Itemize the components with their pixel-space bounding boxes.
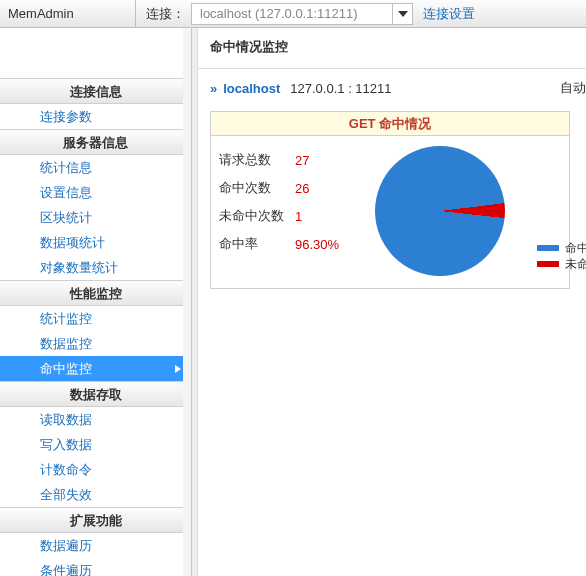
panel-title: GET 命中情况 bbox=[211, 112, 569, 136]
app-title: MemAdmin bbox=[0, 0, 136, 27]
sidebar-group-header: 扩展功能 bbox=[0, 507, 191, 533]
sidebar-item[interactable]: 数据遍历 bbox=[0, 533, 191, 558]
breadcrumb: » localhost 127.0.0.1 : 11211 自动 bbox=[198, 79, 586, 97]
pie-chart: 命中 未命中 bbox=[369, 146, 561, 276]
sidebar-group-header: 服务器信息 bbox=[0, 129, 191, 155]
connection-value: localhost (127.0.0.1:11211) bbox=[192, 6, 392, 21]
legend-item: 未命中 bbox=[537, 256, 586, 272]
sidebar-item[interactable]: 计数命令 bbox=[0, 457, 191, 482]
sidebar-item[interactable]: 区块统计 bbox=[0, 205, 191, 230]
legend-swatch-hit bbox=[537, 245, 559, 251]
svg-marker-0 bbox=[398, 11, 408, 17]
rate-label: 命中率 bbox=[219, 235, 295, 253]
hit-label: 命中次数 bbox=[219, 179, 295, 197]
sidebar: 连接信息连接参数服务器信息统计信息设置信息区块统计数据项统计对象数量统计性能监控… bbox=[0, 28, 192, 576]
legend: 命中 未命中 bbox=[537, 240, 586, 272]
sidebar-item[interactable]: 读取数据 bbox=[0, 407, 191, 432]
connection-select[interactable]: localhost (127.0.0.1:11211) bbox=[191, 3, 413, 25]
crumb-host[interactable]: localhost bbox=[223, 81, 280, 96]
get-hit-panel: GET 命中情况 请求总数 27 命中次数 26 未命中次数 1 bbox=[210, 111, 570, 289]
req-label: 请求总数 bbox=[219, 151, 295, 169]
legend-item: 命中 bbox=[537, 240, 586, 256]
sidebar-item[interactable]: 统计信息 bbox=[0, 155, 191, 180]
sidebar-item[interactable]: 数据监控 bbox=[0, 331, 191, 356]
sidebar-item[interactable]: 对象数量统计 bbox=[0, 255, 191, 280]
crumb-ip: 127.0.0.1 : 11211 bbox=[290, 81, 391, 96]
connect-label: 连接： bbox=[136, 5, 191, 23]
req-value: 27 bbox=[295, 153, 309, 168]
auto-refresh-label: 自动 bbox=[560, 79, 586, 97]
sidebar-group-header: 性能监控 bbox=[0, 280, 191, 306]
table-row: 命中率 96.30% bbox=[219, 230, 369, 258]
hit-value: 26 bbox=[295, 181, 309, 196]
sidebar-item[interactable]: 连接参数 bbox=[0, 104, 191, 129]
sidebar-item[interactable]: 统计监控 bbox=[0, 306, 191, 331]
legend-hit-label: 命中 bbox=[565, 240, 586, 257]
sidebar-scrollbar[interactable] bbox=[183, 28, 191, 576]
pie-graphic bbox=[375, 146, 505, 276]
chevron-right-icon: » bbox=[210, 81, 215, 96]
stats-table: 请求总数 27 命中次数 26 未命中次数 1 命中率 96.30% bbox=[219, 146, 369, 276]
table-row: 未命中次数 1 bbox=[219, 202, 369, 230]
divider bbox=[198, 68, 586, 69]
sidebar-item[interactable]: 命中监控 bbox=[0, 356, 191, 381]
table-row: 请求总数 27 bbox=[219, 146, 369, 174]
table-row: 命中次数 26 bbox=[219, 174, 369, 202]
sidebar-group-header: 数据存取 bbox=[0, 381, 191, 407]
chevron-down-icon[interactable] bbox=[392, 4, 412, 24]
sidebar-item[interactable]: 全部失效 bbox=[0, 482, 191, 507]
legend-miss-label: 未命中 bbox=[565, 256, 586, 273]
sidebar-item[interactable]: 设置信息 bbox=[0, 180, 191, 205]
miss-label: 未命中次数 bbox=[219, 207, 295, 225]
main: 命中情况监控 » localhost 127.0.0.1 : 11211 自动 … bbox=[198, 28, 586, 576]
rate-value: 96.30% bbox=[295, 237, 339, 252]
topbar: MemAdmin 连接： localhost (127.0.0.1:11211)… bbox=[0, 0, 586, 28]
sidebar-item[interactable]: 条件遍历 bbox=[0, 558, 191, 576]
miss-value: 1 bbox=[295, 209, 302, 224]
legend-swatch-miss bbox=[537, 261, 559, 267]
sidebar-group-header: 连接信息 bbox=[0, 78, 191, 104]
connection-settings-link[interactable]: 连接设置 bbox=[423, 5, 475, 23]
sidebar-item[interactable]: 写入数据 bbox=[0, 432, 191, 457]
sidebar-item[interactable]: 数据项统计 bbox=[0, 230, 191, 255]
page-title: 命中情况监控 bbox=[198, 28, 586, 68]
